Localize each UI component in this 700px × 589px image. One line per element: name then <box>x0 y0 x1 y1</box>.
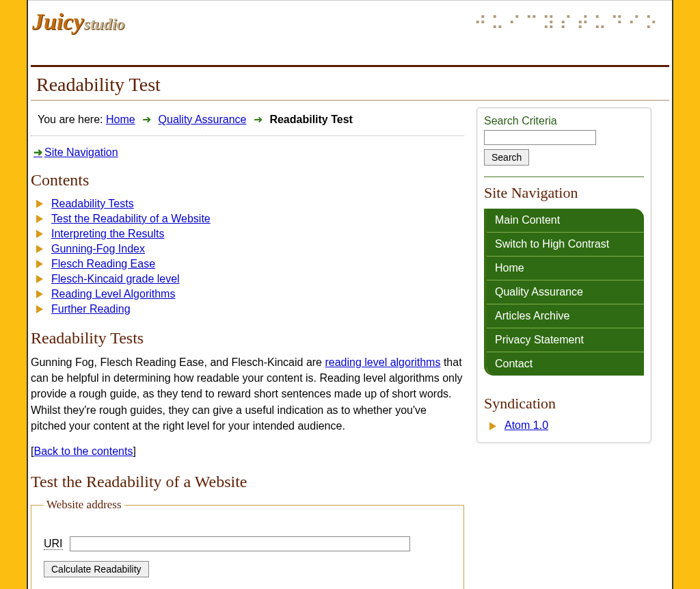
search-label: Search Criteria <box>484 115 644 127</box>
nav-articles-archive[interactable]: Articles Archive <box>487 304 644 328</box>
site-nav-heading: Site Navigation <box>484 184 644 202</box>
page-title: Readability Test <box>31 67 669 101</box>
sidebar: Search Criteria Search Site Navigation M… <box>476 107 651 443</box>
breadcrumb: You are here: Home ➜ Quality Assurance ➜… <box>31 107 464 136</box>
para-pre: Gunning Fog, Flesch Reading Ease, and Fl… <box>31 356 325 368</box>
contents-heading: Contents <box>31 171 464 189</box>
main-content: You are here: Home ➜ Quality Assurance ➜… <box>31 107 471 589</box>
website-address-fieldset: Website address URI Calculate Readabilit… <box>31 498 464 589</box>
breadcrumb-prefix: You are here: <box>38 114 106 125</box>
fieldset-legend: Website address <box>44 498 124 512</box>
arrow-icon: ➜ <box>138 114 155 125</box>
header: Juicystudio ⠚⠥⠊⠉⠽⠎⠞⠥⠙⠊⠕ <box>28 0 672 65</box>
nav-main-content[interactable]: Main Content <box>487 209 644 233</box>
syndication-heading: Syndication <box>484 395 644 413</box>
nav-contact[interactable]: Contact <box>487 352 644 376</box>
readability-paragraph: Gunning Fog, Flesch Reading Ease, and Fl… <box>31 354 464 434</box>
contents-link[interactable]: Gunning-Fog Index <box>51 243 145 254</box>
uri-input[interactable] <box>70 536 410 551</box>
braille-decoration: ⠚⠥⠊⠉⠽⠎⠞⠥⠙⠊⠕ <box>474 13 662 34</box>
breadcrumb-home[interactable]: Home <box>106 114 135 125</box>
syndication-block: Syndication Atom 1.0 <box>484 395 644 432</box>
contents-link[interactable]: Test the Readability of a Website <box>51 213 211 224</box>
back-to-contents-link[interactable]: Back to the contents <box>33 445 133 457</box>
logo-sub: studio <box>84 15 125 33</box>
breadcrumb-qa[interactable]: Quality Assurance <box>159 114 247 125</box>
search-button[interactable]: Search <box>484 149 529 166</box>
reading-level-algorithms-link[interactable]: reading level algorithms <box>325 356 440 368</box>
contents-link[interactable]: Reading Level Algorithms <box>51 288 175 300</box>
calculate-readability-button[interactable]: Calculate Readability <box>44 561 149 577</box>
contents-list: Readability Tests Test the Readability o… <box>36 196 464 317</box>
site-nav-list: Main Content Switch to High Contrast Hom… <box>484 209 644 376</box>
contents-link[interactable]: Flesch-Kincaid grade level <box>51 273 180 285</box>
search-input[interactable] <box>484 130 596 145</box>
skip-site-nav-link[interactable]: ➜Site Navigation <box>33 146 464 159</box>
logo-main: Juicy <box>32 9 84 34</box>
arrow-icon: ➜ <box>250 114 267 125</box>
section-heading-readability: Readability Tests <box>31 329 464 348</box>
breadcrumb-current: Readability Test <box>269 114 353 125</box>
contents-link[interactable]: Further Reading <box>51 303 131 315</box>
logo[interactable]: Juicystudio <box>32 9 125 35</box>
skip-link-label: Site Navigation <box>44 146 118 158</box>
contents-link[interactable]: Readability Tests <box>51 198 134 209</box>
nav-home[interactable]: Home <box>487 257 644 280</box>
nav-quality-assurance[interactable]: Quality Assurance <box>487 280 644 304</box>
section-heading-test: Test the Readability of a Website <box>31 473 464 491</box>
atom-link[interactable]: Atom 1.0 <box>504 419 548 431</box>
back-to-contents: [Back to the contents] <box>31 443 464 459</box>
arrow-icon: ➜ <box>33 146 42 158</box>
sidebar-rule <box>484 176 644 177</box>
uri-label: URI <box>44 538 63 550</box>
search-form: Search Criteria Search <box>484 115 644 166</box>
nav-high-contrast[interactable]: Switch to High Contrast <box>487 233 644 257</box>
nav-privacy[interactable]: Privacy Statement <box>487 328 644 352</box>
contents-link[interactable]: Flesch Reading Ease <box>51 258 155 270</box>
contents-link[interactable]: Interpreting the Results <box>51 228 164 239</box>
